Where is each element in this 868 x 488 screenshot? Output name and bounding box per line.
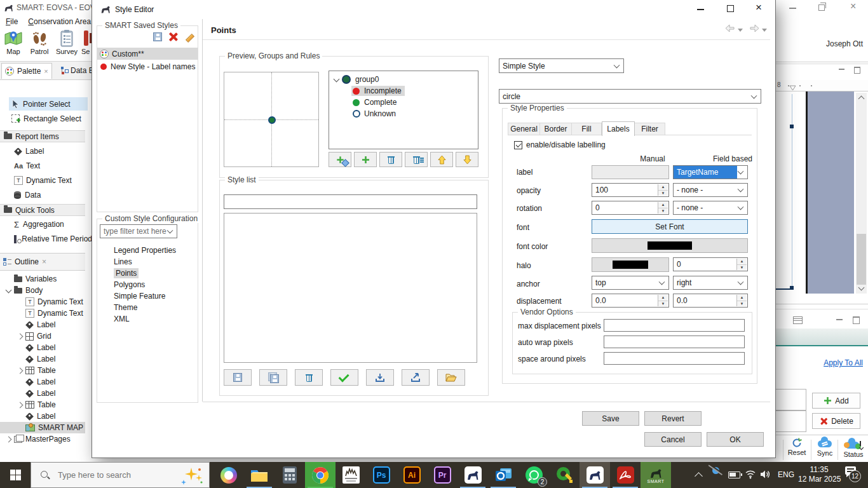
open-style-button[interactable] [437, 369, 465, 386]
rule-complete[interactable]: Complete [329, 97, 478, 108]
toolbar-map-button[interactable]: Map [1, 29, 25, 60]
dialog-minimize-button[interactable] [697, 9, 704, 10]
chevron-right-icon[interactable] [17, 402, 24, 408]
search-box[interactable] [31, 462, 210, 488]
apply-to-all-link[interactable]: Apply To All [824, 358, 863, 367]
chevron-right-icon[interactable] [17, 333, 24, 339]
taskbar-whatsapp-button[interactable]: 2 [519, 462, 549, 488]
import-style-button[interactable] [366, 369, 394, 386]
save-button[interactable]: Save [582, 411, 639, 426]
symbol-combo[interactable]: circle [499, 89, 761, 104]
vendor-auto-wrap-input[interactable] [604, 336, 745, 348]
app-minimize-button[interactable] [789, 8, 796, 9]
move-down-button[interactable] [456, 152, 478, 167]
config-filter-combo[interactable]: type filter text here [100, 224, 177, 238]
font-color-button[interactable] [592, 238, 748, 253]
vertical-scrollbar[interactable] [856, 93, 867, 294]
taskbar-copilot-button[interactable] [214, 462, 244, 488]
outline-item[interactable]: Label [0, 388, 85, 399]
config-item-legend-properties[interactable]: Legend Properties [97, 245, 198, 256]
revert-button[interactable]: Revert [644, 411, 702, 426]
halo-color-button[interactable] [592, 257, 669, 272]
quick-tools-header[interactable]: Quick Tools [0, 204, 85, 216]
opacity-field-combo[interactable]: - none - [673, 183, 748, 197]
chevron-right-icon[interactable] [17, 367, 24, 374]
delete-all-button[interactable] [405, 152, 428, 167]
sync-button[interactable]: Sync [813, 437, 836, 461]
notification-center-button[interactable]: 12 [843, 464, 865, 486]
outline-item[interactable]: Label [0, 353, 85, 365]
outline-item[interactable]: Label [0, 376, 85, 388]
outline-item[interactable]: Label [0, 319, 85, 330]
taskbar-game-solutions-button[interactable] [336, 462, 366, 488]
reset-button[interactable]: Reset [784, 437, 810, 461]
displacement-y-spinner[interactable]: 0.0 ▲▼ [673, 294, 748, 308]
taskbar-calculator-button[interactable] [275, 462, 305, 488]
app-restore-button[interactable] [818, 4, 825, 11]
outline-item[interactable]: TDynamic Text [0, 308, 85, 319]
set-font-button[interactable]: Set Font [592, 219, 748, 234]
menu-file[interactable]: File [6, 17, 18, 26]
delete-button[interactable]: Delete [812, 413, 860, 429]
tab-general[interactable]: General [508, 123, 539, 135]
selection-handle[interactable] [790, 125, 794, 128]
outline-item[interactable]: Body [0, 285, 85, 296]
scroll-up-arrow[interactable] [858, 96, 865, 102]
displacement-x-spinner[interactable]: 0.0 ▲▼ [592, 294, 669, 308]
config-item-xml[interactable]: XML [97, 313, 198, 325]
chevron-down-icon[interactable] [6, 287, 12, 293]
pointer-select-item[interactable]: Pointer Select [9, 97, 88, 111]
tab-fill[interactable]: Fill [571, 123, 602, 135]
taskbar-photoshop-button[interactable]: Ps [366, 462, 397, 488]
pane-minimize-icon[interactable] [839, 69, 844, 70]
tab-close-icon[interactable]: × [44, 67, 48, 75]
outline-item[interactable]: Variables [0, 273, 85, 285]
config-item-simple-feature[interactable]: Simple Feature [97, 290, 198, 302]
tab-labels[interactable]: Labels [602, 121, 635, 136]
outline-item[interactable]: SMART MAP [0, 422, 85, 433]
saved-style-item-custom[interactable]: Custom** [97, 48, 198, 60]
add-rule-button[interactable] [329, 152, 351, 167]
taskbar-qgis-button[interactable] [549, 462, 580, 488]
taskbar-premiere-button[interactable]: Pr [427, 462, 458, 488]
pane-maximize-icon[interactable] [854, 67, 860, 74]
vendor-space-around-input[interactable] [604, 352, 745, 365]
view-menu-icon[interactable] [793, 316, 803, 324]
dialog-titlebar[interactable]: Style Editor × [92, 0, 775, 19]
rule-unknown[interactable]: Unknown [329, 108, 478, 119]
search-input[interactable] [57, 470, 180, 480]
menu-conservation-area[interactable]: Conservation Area [28, 17, 91, 26]
rectangle-select-item[interactable]: Rectangle Select [9, 112, 88, 125]
delete-style-list-button[interactable] [295, 369, 323, 386]
dialog-maximize-button[interactable] [727, 5, 734, 12]
cancel-button[interactable]: Cancel [644, 432, 702, 447]
report-item-dynamic-text[interactable]: T Dynamic Text [14, 174, 92, 187]
report-item-text[interactable]: Aa Text [14, 159, 92, 172]
export-style-button[interactable] [402, 369, 430, 386]
report-item-data[interactable]: Data [14, 189, 92, 201]
outline-item[interactable]: Label [0, 410, 85, 422]
battery-icon[interactable] [728, 471, 740, 478]
rotation-field-combo[interactable]: - none - [673, 201, 748, 215]
config-item-points[interactable]: Points [97, 268, 198, 279]
outline-item[interactable]: Table [0, 399, 85, 410]
add-button[interactable]: Add [812, 393, 860, 409]
quick-tool-relative-time[interactable]: Relative Time Period [14, 233, 92, 245]
taskbar-smart-button[interactable] [458, 462, 488, 488]
outline-close-icon[interactable]: × [42, 257, 46, 266]
edit-style-button[interactable] [184, 32, 194, 44]
tab-filter[interactable]: Filter [635, 123, 665, 135]
language-indicator[interactable]: ENG [778, 470, 794, 479]
outline-item[interactable]: Table [0, 365, 85, 376]
toolbar-se-button[interactable]: Se [81, 29, 92, 60]
outline-item[interactable]: MasterPages [0, 433, 85, 445]
tab-palette[interactable]: Palette × [1, 63, 52, 79]
tray-chevron-up-icon[interactable] [695, 472, 703, 480]
taskbar-smart-active-button[interactable] [580, 462, 610, 488]
pane-minimize-icon[interactable] [836, 319, 843, 320]
config-item-polygons[interactable]: Polygons [97, 279, 198, 290]
rotation-spinner[interactable]: 0 ▲▼ [592, 201, 669, 215]
apply-style-button[interactable] [330, 369, 358, 386]
start-button[interactable] [0, 462, 31, 488]
volume-icon[interactable] [760, 470, 771, 479]
